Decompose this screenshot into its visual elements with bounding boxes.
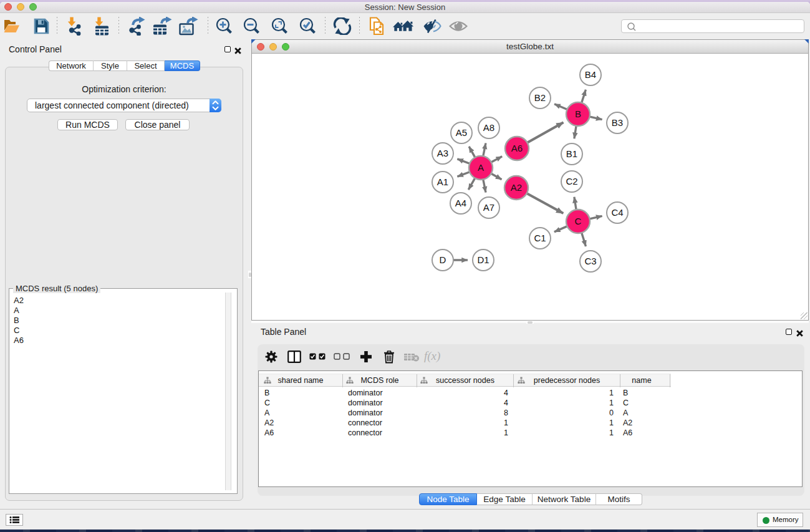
svg-text:A8: A8 <box>483 122 494 133</box>
svg-text:C2: C2 <box>566 176 577 186</box>
svg-text:A: A <box>478 162 484 173</box>
svg-text:B1: B1 <box>566 148 577 159</box>
svg-text:A6: A6 <box>511 143 523 153</box>
svg-text:A1: A1 <box>437 177 448 187</box>
svg-text:C: C <box>575 216 582 226</box>
svg-text:C1: C1 <box>534 233 546 243</box>
svg-text:A3: A3 <box>437 148 448 158</box>
svg-text:B4: B4 <box>585 69 596 80</box>
svg-text:B3: B3 <box>612 117 623 128</box>
svg-text:A5: A5 <box>456 127 467 138</box>
svg-text:B2: B2 <box>534 92 546 103</box>
svg-text:C3: C3 <box>584 256 596 266</box>
svg-text:A4: A4 <box>455 198 466 208</box>
svg-text:A2: A2 <box>511 182 522 193</box>
svg-text:B: B <box>575 109 581 119</box>
svg-text:A7: A7 <box>483 202 494 213</box>
svg-text:C4: C4 <box>611 207 623 218</box>
svg-text:D: D <box>440 254 446 265</box>
svg-text:D1: D1 <box>477 254 489 265</box>
